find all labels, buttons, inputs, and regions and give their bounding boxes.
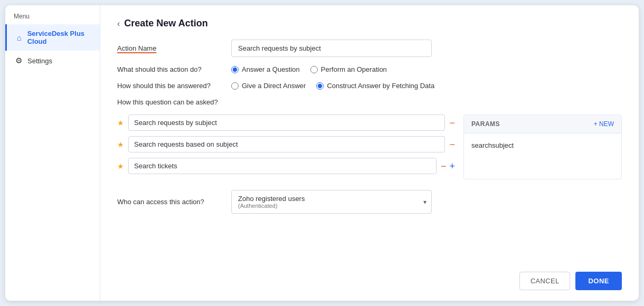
back-button[interactable]: ‹ xyxy=(117,19,120,28)
how-asked-label: How this question can be asked? xyxy=(117,98,223,106)
page-title: Create New Action xyxy=(124,18,207,29)
star-icon-1: ★ xyxy=(117,119,124,127)
params-new-button[interactable]: + NEW xyxy=(594,120,614,128)
phrase-row-3: ★ − + xyxy=(117,158,455,174)
done-button[interactable]: DONE xyxy=(575,272,622,290)
phrase-row-1: ★ − xyxy=(117,114,455,131)
phrases-column: ★ − ★ − ★ xyxy=(117,114,455,179)
radio-give-direct-input[interactable] xyxy=(231,82,239,90)
star-icon-3: ★ xyxy=(117,162,124,170)
home-icon: ⌂ xyxy=(15,33,23,42)
answer-type-row: How should this be answered? Give a Dire… xyxy=(117,82,622,90)
sidebar-menu-label: Menu xyxy=(5,5,100,24)
sidebar-item-settings-label: Settings xyxy=(27,57,52,65)
answer-type-radio-group: Give a Direct Answer Construct Answer by… xyxy=(231,82,434,90)
how-asked-row: How this question can be asked? xyxy=(117,98,622,106)
radio-give-direct-label: Give a Direct Answer xyxy=(242,82,306,90)
radio-answer-question[interactable]: Answer a Question xyxy=(231,65,300,73)
remove-phrase-3-button[interactable]: − xyxy=(441,161,447,171)
phrase-actions-1: − xyxy=(449,118,455,128)
phrase-input-1[interactable] xyxy=(128,114,445,131)
phrase-actions-3: − + xyxy=(441,161,455,171)
add-phrase-button[interactable]: + xyxy=(449,161,455,171)
remove-phrase-1-button[interactable]: − xyxy=(449,118,455,128)
radio-perform-operation-label: Perform an Operation xyxy=(321,65,387,73)
phrases-params-wrapper: ★ − ★ − ★ xyxy=(117,114,622,179)
radio-perform-operation[interactable]: Perform an Operation xyxy=(310,65,387,73)
radio-give-direct[interactable]: Give a Direct Answer xyxy=(231,82,306,90)
params-title: PARAMS xyxy=(471,120,500,128)
action-name-row: Action Name xyxy=(117,40,622,57)
access-select-display[interactable]: Zoho registered users (Authenticated) xyxy=(231,190,432,214)
radio-answer-question-label: Answer a Question xyxy=(242,65,300,73)
access-select-sub-text: (Authenticated) xyxy=(238,203,412,209)
phrase-input-3[interactable] xyxy=(128,158,437,174)
phrase-input-2[interactable] xyxy=(128,136,445,152)
action-type-radio-group: Answer a Question Perform an Operation xyxy=(231,65,387,73)
param-item-searchsubject: searchsubject xyxy=(471,140,614,151)
answer-type-label: How should this be answered? xyxy=(117,82,223,90)
access-select-main-text: Zoho registered users xyxy=(238,195,412,203)
radio-construct-answer-label: Construct Answer by Fetching Data xyxy=(327,82,434,90)
footer-buttons: CANCEL DONE xyxy=(519,272,622,290)
action-name-input[interactable] xyxy=(231,40,432,57)
sidebar: Menu ⌂ ServiceDesk Plus Cloud ⚙ Settings xyxy=(5,5,100,301)
sidebar-item-home[interactable]: ⌂ ServiceDesk Plus Cloud xyxy=(5,24,100,51)
access-label: Who can access this action? xyxy=(117,198,223,206)
access-row: Who can access this action? Zoho registe… xyxy=(117,190,622,214)
sidebar-item-home-label: ServiceDesk Plus Cloud xyxy=(27,30,91,45)
radio-answer-question-input[interactable] xyxy=(231,66,239,73)
chevron-down-icon: ▾ xyxy=(423,198,427,206)
action-type-label: What should this action do? xyxy=(117,65,223,73)
radio-perform-operation-input[interactable] xyxy=(310,66,318,73)
remove-phrase-2-button[interactable]: − xyxy=(449,140,455,149)
cancel-button[interactable]: CANCEL xyxy=(519,272,571,290)
action-name-label: Action Name xyxy=(117,44,223,52)
phrase-row-2: ★ − xyxy=(117,136,455,152)
radio-construct-answer-input[interactable] xyxy=(316,82,324,90)
params-body: searchsubject xyxy=(464,133,621,157)
page-header: ‹ Create New Action xyxy=(117,18,622,29)
radio-construct-answer[interactable]: Construct Answer by Fetching Data xyxy=(316,82,434,90)
params-panel: PARAMS + NEW searchsubject xyxy=(463,114,622,179)
main-content: ‹ Create New Action Action Name What sho… xyxy=(100,5,639,301)
action-type-row: What should this action do? Answer a Que… xyxy=(117,65,622,73)
phrase-actions-2: − xyxy=(449,140,455,149)
star-icon-2: ★ xyxy=(117,140,124,149)
sidebar-item-settings[interactable]: ⚙ Settings xyxy=(5,51,100,71)
access-select-wrapper[interactable]: Zoho registered users (Authenticated) ▾ xyxy=(231,190,432,214)
params-header: PARAMS + NEW xyxy=(464,115,621,133)
gear-icon: ⚙ xyxy=(14,56,23,65)
